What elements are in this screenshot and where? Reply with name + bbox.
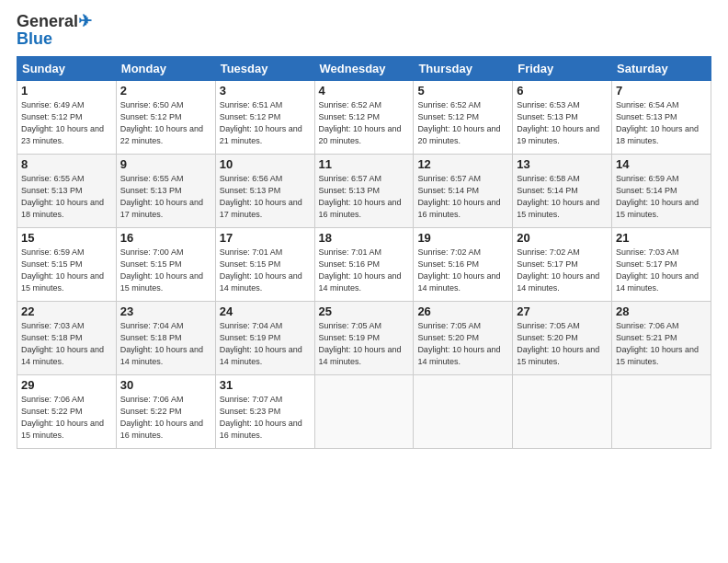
day-cell xyxy=(513,374,612,448)
col-header-friday: Friday xyxy=(513,56,612,80)
day-number: 24 xyxy=(220,304,311,318)
day-cell: 12Sunrise: 6:57 AMSunset: 5:14 PMDayligh… xyxy=(414,154,513,227)
day-cell: 7Sunrise: 6:54 AMSunset: 5:13 PMDaylight… xyxy=(612,80,711,154)
day-info: Sunrise: 7:05 AMSunset: 5:19 PMDaylight:… xyxy=(319,320,410,368)
day-cell: 4Sunrise: 6:52 AMSunset: 5:12 PMDaylight… xyxy=(314,80,414,154)
day-cell: 13Sunrise: 6:58 AMSunset: 5:14 PMDayligh… xyxy=(513,154,612,227)
header-row: SundayMondayTuesdayWednesdayThursdayFrid… xyxy=(17,56,711,80)
day-cell: 10Sunrise: 6:56 AMSunset: 5:13 PMDayligh… xyxy=(215,154,314,227)
day-cell: 27Sunrise: 7:05 AMSunset: 5:20 PMDayligh… xyxy=(513,301,612,374)
day-info: Sunrise: 6:53 AMSunset: 5:13 PMDaylight:… xyxy=(517,99,608,147)
day-number: 11 xyxy=(319,157,410,171)
day-number: 7 xyxy=(616,84,707,98)
day-info: Sunrise: 7:06 AMSunset: 5:21 PMDaylight:… xyxy=(616,320,707,368)
day-number: 18 xyxy=(319,231,410,245)
col-header-tuesday: Tuesday xyxy=(215,56,314,80)
day-info: Sunrise: 7:04 AMSunset: 5:18 PMDaylight:… xyxy=(120,320,211,368)
day-info: Sunrise: 7:05 AMSunset: 5:20 PMDaylight:… xyxy=(517,320,608,368)
day-cell: 5Sunrise: 6:52 AMSunset: 5:12 PMDaylight… xyxy=(414,80,513,154)
day-info: Sunrise: 6:59 AMSunset: 5:14 PMDaylight:… xyxy=(616,173,707,221)
day-info: Sunrise: 7:03 AMSunset: 5:17 PMDaylight:… xyxy=(616,247,707,294)
day-info: Sunrise: 6:55 AMSunset: 5:13 PMDaylight:… xyxy=(21,173,112,221)
day-number: 8 xyxy=(21,157,112,171)
day-info: Sunrise: 6:57 AMSunset: 5:13 PMDaylight:… xyxy=(319,173,410,221)
day-info: Sunrise: 6:52 AMSunset: 5:12 PMDaylight:… xyxy=(417,99,508,147)
day-number: 29 xyxy=(21,378,112,392)
day-cell: 8Sunrise: 6:55 AMSunset: 5:13 PMDaylight… xyxy=(17,154,117,227)
week-row-3: 15Sunrise: 6:59 AMSunset: 5:15 PMDayligh… xyxy=(17,227,711,301)
day-info: Sunrise: 7:06 AMSunset: 5:22 PMDaylight:… xyxy=(21,394,112,442)
col-header-saturday: Saturday xyxy=(612,56,711,80)
day-number: 13 xyxy=(517,157,608,171)
day-cell: 29Sunrise: 7:06 AMSunset: 5:22 PMDayligh… xyxy=(17,374,117,448)
day-cell: 16Sunrise: 7:00 AMSunset: 5:15 PMDayligh… xyxy=(116,227,215,301)
col-header-wednesday: Wednesday xyxy=(314,56,414,80)
day-info: Sunrise: 6:50 AMSunset: 5:12 PMDaylight:… xyxy=(120,99,211,147)
day-info: Sunrise: 6:56 AMSunset: 5:13 PMDaylight:… xyxy=(220,173,311,221)
day-number: 6 xyxy=(517,84,608,98)
day-info: Sunrise: 7:03 AMSunset: 5:18 PMDaylight:… xyxy=(21,320,112,368)
day-cell: 11Sunrise: 6:57 AMSunset: 5:13 PMDayligh… xyxy=(314,154,414,227)
day-number: 3 xyxy=(220,84,311,98)
day-cell: 17Sunrise: 7:01 AMSunset: 5:15 PMDayligh… xyxy=(215,227,314,301)
day-info: Sunrise: 6:59 AMSunset: 5:15 PMDaylight:… xyxy=(21,247,112,294)
day-cell: 18Sunrise: 7:01 AMSunset: 5:16 PMDayligh… xyxy=(314,227,414,301)
day-cell: 21Sunrise: 7:03 AMSunset: 5:17 PMDayligh… xyxy=(612,227,711,301)
day-cell: 14Sunrise: 6:59 AMSunset: 5:14 PMDayligh… xyxy=(612,154,711,227)
day-number: 28 xyxy=(616,304,707,318)
day-info: Sunrise: 7:02 AMSunset: 5:17 PMDaylight:… xyxy=(517,247,608,294)
day-number: 14 xyxy=(616,157,707,171)
day-number: 10 xyxy=(220,157,311,171)
header: General✈ Blue xyxy=(17,13,711,49)
day-cell: 19Sunrise: 7:02 AMSunset: 5:16 PMDayligh… xyxy=(414,227,513,301)
day-number: 20 xyxy=(517,231,608,245)
day-info: Sunrise: 6:58 AMSunset: 5:14 PMDaylight:… xyxy=(517,173,608,221)
day-number: 15 xyxy=(21,231,112,245)
day-cell xyxy=(414,374,513,448)
day-cell: 20Sunrise: 7:02 AMSunset: 5:17 PMDayligh… xyxy=(513,227,612,301)
day-cell: 9Sunrise: 6:55 AMSunset: 5:13 PMDaylight… xyxy=(116,154,215,227)
day-info: Sunrise: 6:49 AMSunset: 5:12 PMDaylight:… xyxy=(21,99,112,147)
day-cell xyxy=(314,374,414,448)
day-cell: 25Sunrise: 7:05 AMSunset: 5:19 PMDayligh… xyxy=(314,301,414,374)
day-cell: 31Sunrise: 7:07 AMSunset: 5:23 PMDayligh… xyxy=(215,374,314,448)
day-number: 12 xyxy=(417,157,508,171)
day-cell: 28Sunrise: 7:06 AMSunset: 5:21 PMDayligh… xyxy=(612,301,711,374)
day-number: 23 xyxy=(120,304,211,318)
day-number: 19 xyxy=(417,231,508,245)
day-info: Sunrise: 7:07 AMSunset: 5:23 PMDaylight:… xyxy=(220,394,311,442)
col-header-monday: Monday xyxy=(116,56,215,80)
day-cell: 22Sunrise: 7:03 AMSunset: 5:18 PMDayligh… xyxy=(17,301,117,374)
day-info: Sunrise: 6:57 AMSunset: 5:14 PMDaylight:… xyxy=(417,173,508,221)
week-row-1: 1Sunrise: 6:49 AMSunset: 5:12 PMDaylight… xyxy=(17,80,711,154)
day-info: Sunrise: 7:05 AMSunset: 5:20 PMDaylight:… xyxy=(417,320,508,368)
day-info: Sunrise: 7:01 AMSunset: 5:16 PMDaylight:… xyxy=(319,247,410,294)
day-cell: 26Sunrise: 7:05 AMSunset: 5:20 PMDayligh… xyxy=(414,301,513,374)
day-info: Sunrise: 6:51 AMSunset: 5:12 PMDaylight:… xyxy=(220,99,311,147)
day-info: Sunrise: 7:06 AMSunset: 5:22 PMDaylight:… xyxy=(120,394,211,442)
logo-blue: Blue xyxy=(17,29,52,49)
day-info: Sunrise: 6:55 AMSunset: 5:13 PMDaylight:… xyxy=(120,173,211,221)
day-number: 30 xyxy=(120,378,211,392)
week-row-2: 8Sunrise: 6:55 AMSunset: 5:13 PMDaylight… xyxy=(17,154,711,227)
col-header-sunday: Sunday xyxy=(17,56,117,80)
day-number: 17 xyxy=(220,231,311,245)
week-row-5: 29Sunrise: 7:06 AMSunset: 5:22 PMDayligh… xyxy=(17,374,711,448)
day-cell: 3Sunrise: 6:51 AMSunset: 5:12 PMDaylight… xyxy=(215,80,314,154)
day-number: 31 xyxy=(220,378,311,392)
logo: General✈ Blue xyxy=(17,13,92,49)
page: General✈ Blue SundayMondayTuesdayWednesd… xyxy=(0,0,728,563)
calendar: SundayMondayTuesdayWednesdayThursdayFrid… xyxy=(17,56,711,449)
day-cell: 24Sunrise: 7:04 AMSunset: 5:19 PMDayligh… xyxy=(215,301,314,374)
day-cell: 23Sunrise: 7:04 AMSunset: 5:18 PMDayligh… xyxy=(116,301,215,374)
day-info: Sunrise: 6:52 AMSunset: 5:12 PMDaylight:… xyxy=(319,99,410,147)
day-info: Sunrise: 7:02 AMSunset: 5:16 PMDaylight:… xyxy=(417,247,508,294)
col-header-thursday: Thursday xyxy=(414,56,513,80)
day-number: 9 xyxy=(120,157,211,171)
day-number: 4 xyxy=(319,84,410,98)
day-number: 16 xyxy=(120,231,211,245)
day-cell: 15Sunrise: 6:59 AMSunset: 5:15 PMDayligh… xyxy=(17,227,117,301)
day-number: 26 xyxy=(417,304,508,318)
day-cell: 30Sunrise: 7:06 AMSunset: 5:22 PMDayligh… xyxy=(116,374,215,448)
day-number: 2 xyxy=(120,84,211,98)
